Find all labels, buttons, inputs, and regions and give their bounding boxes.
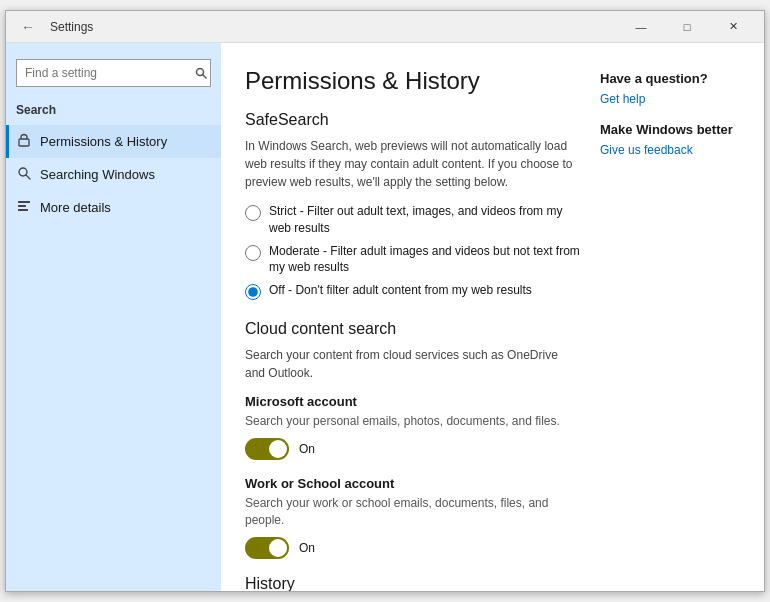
- content-area: Search Permissions & History: [6, 43, 764, 591]
- main-content: Permissions & History SafeSearch In Wind…: [245, 67, 580, 571]
- back-button[interactable]: ←: [14, 13, 42, 41]
- sidebar-section-title: Search: [6, 99, 221, 125]
- titlebar-left: ← Settings: [14, 13, 93, 41]
- radio-moderate[interactable]: Moderate - Filter adult images and video…: [245, 243, 580, 277]
- safesearch-title: SafeSearch: [245, 111, 580, 129]
- sidebar-item-searching[interactable]: Searching Windows: [6, 158, 221, 191]
- work-account-toggle[interactable]: [245, 537, 289, 559]
- work-account-desc: Search your work or school emails, docum…: [245, 495, 580, 529]
- work-account-title: Work or School account: [245, 476, 580, 491]
- microsoft-account-toggle[interactable]: [245, 438, 289, 460]
- feedback-link[interactable]: Give us feedback: [600, 143, 740, 157]
- microsoft-account-desc: Search your personal emails, photos, doc…: [245, 413, 580, 430]
- cloud-search-title: Cloud content search: [245, 320, 580, 338]
- sidebar-item-label-permissions: Permissions & History: [40, 134, 167, 149]
- svg-rect-2: [19, 139, 29, 146]
- microsoft-account-title: Microsoft account: [245, 394, 580, 409]
- have-question-title: Have a question?: [600, 71, 740, 86]
- search-input[interactable]: [16, 59, 211, 87]
- safesearch-description: In Windows Search, web previews will not…: [245, 137, 580, 191]
- microsoft-account-toggle-row: On: [245, 438, 580, 460]
- get-help-link[interactable]: Get help: [600, 92, 740, 106]
- radio-moderate-label: Moderate - Filter adult images and video…: [269, 243, 580, 277]
- sidebar-item-label-more: More details: [40, 200, 111, 215]
- sidebar-item-permissions[interactable]: Permissions & History: [6, 125, 221, 158]
- radio-off[interactable]: Off - Don't filter adult content from my…: [245, 282, 580, 300]
- settings-window: ← Settings — □ ✕: [5, 10, 765, 592]
- window-title: Settings: [50, 20, 93, 34]
- svg-rect-7: [18, 209, 28, 211]
- help-sidebar: Have a question? Get help Make Windows b…: [600, 67, 740, 571]
- radio-strict[interactable]: Strict - Filter out adult text, images, …: [245, 203, 580, 237]
- work-account-section: Work or School account Search your work …: [245, 476, 580, 559]
- sidebar-item-label-searching: Searching Windows: [40, 167, 155, 182]
- cloud-search-description: Search your content from cloud services …: [245, 346, 580, 382]
- searching-icon: [16, 166, 32, 183]
- sidebar-item-more[interactable]: More details: [6, 191, 221, 224]
- radio-strict-label: Strict - Filter out adult text, images, …: [269, 203, 580, 237]
- maximize-button[interactable]: □: [664, 11, 710, 43]
- sidebar: Search Permissions & History: [6, 43, 221, 591]
- titlebar: ← Settings — □ ✕: [6, 11, 764, 43]
- history-title: History: [245, 575, 580, 591]
- work-account-toggle-label: On: [299, 541, 315, 555]
- radio-off-label: Off - Don't filter adult content from my…: [269, 282, 532, 299]
- svg-line-4: [26, 175, 30, 179]
- radio-strict-input[interactable]: [245, 205, 261, 221]
- svg-rect-6: [18, 205, 26, 207]
- search-box-wrap: [16, 59, 211, 87]
- svg-rect-5: [18, 201, 30, 203]
- radio-moderate-input[interactable]: [245, 245, 261, 261]
- safesearch-radio-group: Strict - Filter out adult text, images, …: [245, 203, 580, 300]
- search-icon: [195, 67, 207, 79]
- microsoft-account-section: Microsoft account Search your personal e…: [245, 394, 580, 460]
- window-controls: — □ ✕: [618, 11, 756, 43]
- microsoft-account-toggle-label: On: [299, 442, 315, 456]
- page-title: Permissions & History: [245, 67, 580, 95]
- close-button[interactable]: ✕: [710, 11, 756, 43]
- history-section: History Improve on-device searches using…: [245, 575, 580, 591]
- make-better-title: Make Windows better: [600, 122, 740, 137]
- main-area: Permissions & History SafeSearch In Wind…: [221, 43, 764, 591]
- radio-off-input[interactable]: [245, 284, 261, 300]
- more-icon: [16, 199, 32, 216]
- svg-line-1: [203, 75, 206, 78]
- search-container: [6, 51, 221, 99]
- work-account-toggle-row: On: [245, 537, 580, 559]
- search-icon-button[interactable]: [195, 67, 207, 79]
- permissions-icon: [16, 133, 32, 150]
- minimize-button[interactable]: —: [618, 11, 664, 43]
